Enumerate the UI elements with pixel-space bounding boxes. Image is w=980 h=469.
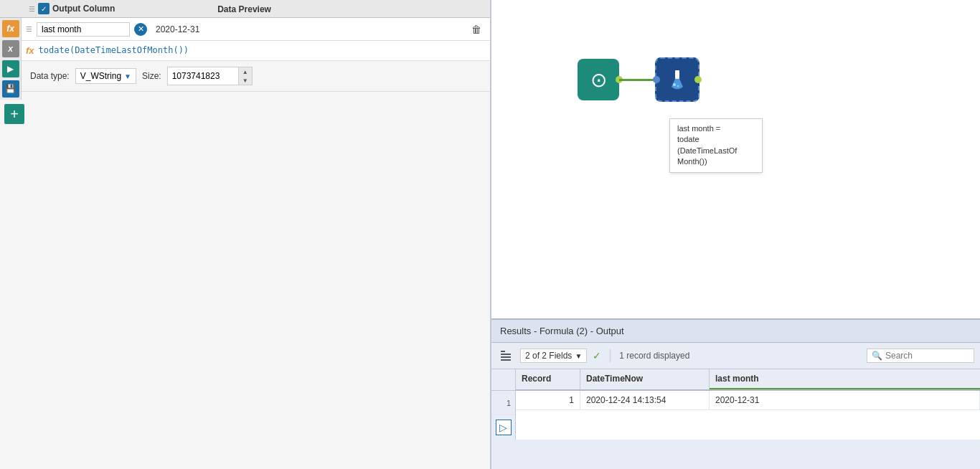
field-row-container: fx x ▶ 💾 ☰ ✕ 2020-12-31 🗑 fx todate(Date…	[0, 18, 490, 100]
tooltip-line1: last month =	[677, 124, 720, 133]
th-lastmonth: last month	[710, 369, 980, 389]
svg-point-3	[677, 85, 679, 87]
fields-selector-button[interactable]: 2 of 2 Fields ▼	[520, 349, 587, 363]
workflow-container: ⊙	[578, 57, 699, 102]
formula-label: fx	[26, 45, 34, 56]
field-row-inner: ☰ ✕ 2020-12-31 🗑	[22, 19, 490, 39]
output-column-header: Output Column	[52, 4, 115, 14]
search-icon: 🔍	[872, 351, 882, 361]
icon-sidebar: fx x ▶ 💾	[0, 18, 22, 100]
variable-icon-btn[interactable]: x	[2, 40, 19, 57]
search-input[interactable]	[885, 351, 969, 361]
save-icon-btn[interactable]: 💾	[2, 80, 19, 98]
size-increment-button[interactable]: ▲	[239, 67, 252, 76]
spinner-buttons: ▲ ▼	[239, 67, 253, 85]
results-toolbar: 2 of 2 Fields ▼ ✓ 1 record displayed 🔍	[491, 343, 980, 369]
row-number-cell: 1	[491, 391, 515, 415]
data-table: Record DateTimeNow last month 1 2020-12-…	[516, 369, 980, 440]
table-row: 1 2020-12-24 14:13:54 2020-12-31	[516, 391, 980, 410]
datatype-value: V_WString	[80, 71, 121, 81]
size-input[interactable]	[167, 67, 239, 85]
formula-node-box	[655, 57, 699, 102]
dropdown-chevron: ▼	[124, 72, 131, 80]
column-headers: ☰ ✓ Output Column Data Preview	[0, 0, 490, 18]
flask-icon	[664, 67, 690, 93]
formula-row: fx todate(DateTimeLastOfMonth())	[22, 41, 490, 61]
datatype-label: Data type:	[30, 71, 70, 81]
svg-rect-6	[501, 356, 511, 358]
toolbar-divider	[610, 349, 611, 362]
search-box: 🔍	[867, 349, 974, 363]
svg-rect-4	[501, 351, 505, 352]
th-datetimeow: DateTimeNow	[580, 369, 710, 389]
results-panel: Results - Formula (2) - Output 2 of 2 Fi…	[491, 318, 980, 469]
right-panel: ⊙	[491, 0, 980, 469]
tooltip-line2: todate	[677, 135, 699, 143]
clear-field-button[interactable]: ✕	[134, 23, 147, 36]
formula-node[interactable]: last month = todate (DateTimeLastOf Mont…	[655, 57, 699, 102]
datatype-select[interactable]: V_WString ▼	[75, 68, 136, 84]
input-node-box: ⊙	[578, 59, 619, 100]
th-record: Record	[516, 369, 580, 389]
field-preview-value: 2020-12-31	[151, 23, 463, 36]
fields-count-label: 2 of 2 Fields	[525, 351, 572, 361]
check-icon: ✓	[38, 3, 50, 14]
field-name-row: ☰ ✕ 2020-12-31 🗑	[22, 18, 490, 41]
input-node[interactable]: ⊙	[578, 59, 619, 100]
svg-rect-7	[501, 359, 511, 361]
field-name-input[interactable]	[37, 22, 130, 37]
grid-icon-btn[interactable]	[497, 347, 514, 364]
tooltip-line4: Month())	[677, 157, 707, 166]
connector-line	[619, 79, 655, 81]
svg-rect-1	[675, 70, 679, 79]
row-indicator-header	[491, 369, 515, 391]
formula-icon-btn[interactable]: fx	[2, 20, 19, 37]
formula-node-port-left	[653, 76, 660, 83]
svg-point-2	[673, 83, 676, 86]
row-sort-icon[interactable]: ☰	[26, 25, 32, 33]
row-indicator-column: 1 ▷	[491, 369, 516, 440]
grid-icon	[500, 350, 512, 361]
results-table: 1 ▷ Record DateTimeNow last month 1 2020…	[491, 369, 980, 440]
add-btn-row: +	[0, 100, 490, 128]
size-label: Size:	[142, 71, 161, 81]
results-header: Results - Formula (2) - Output	[491, 320, 980, 343]
data-preview-header: Data Preview	[217, 4, 271, 14]
td-datetime: 2020-12-24 14:13:54	[580, 391, 710, 409]
nav-btn-cell: ▷	[491, 415, 515, 440]
datatype-row: Data type: V_WString ▼ Size: ▲ ▼	[22, 61, 490, 92]
size-decrement-button[interactable]: ▼	[239, 76, 252, 85]
input-node-icon: ⊙	[590, 68, 607, 92]
svg-rect-5	[501, 354, 511, 355]
fields-dropdown-chevron: ▼	[575, 352, 582, 360]
left-panel: ☰ ✓ Output Column Data Preview fx x ▶ 💾 …	[0, 0, 491, 469]
table-header-row: Record DateTimeNow last month	[516, 369, 980, 391]
td-lastmonth: 2020-12-31	[710, 391, 980, 409]
canvas-area: ⊙	[491, 0, 980, 318]
row-navigate-button[interactable]: ▷	[496, 420, 512, 435]
record-count-label: 1 record displayed	[619, 351, 689, 361]
add-field-button[interactable]: +	[4, 104, 24, 124]
results-title: Results - Formula (2) - Output	[500, 326, 624, 336]
field-main-content: ☰ ✕ 2020-12-31 🗑 fx todate(DateTimeLastO…	[22, 18, 490, 100]
td-record: 1	[516, 391, 580, 409]
formula-node-port-right	[694, 76, 702, 83]
sort-icon[interactable]: ☰	[29, 5, 35, 13]
formula-tooltip: last month = todate (DateTimeLastOf Mont…	[669, 118, 763, 173]
delete-field-button[interactable]: 🗑	[467, 22, 486, 37]
formula-text: todate(DateTimeLastOfMonth())	[39, 45, 189, 55]
checkmark-icon: ✓	[593, 350, 601, 361]
tooltip-line3: (DateTimeLastOf	[677, 146, 737, 155]
size-input-group: ▲ ▼	[167, 67, 253, 85]
arrow-icon-btn[interactable]: ▶	[2, 60, 19, 77]
